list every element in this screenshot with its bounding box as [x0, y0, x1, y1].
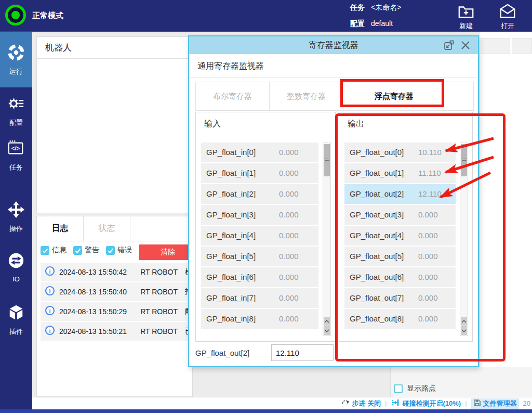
log-source: RT ROBOT — [140, 288, 178, 296]
sidebar-item-label: IO — [12, 275, 20, 283]
register-row[interactable]: GP_float_in[8] 0.000 — [201, 309, 318, 329]
bottom-right-panel: 显示路点 — [390, 367, 532, 397]
register-name: GP_float_out[8] — [350, 314, 404, 323]
register-row[interactable]: GP_float_in[7] 0.000 — [201, 288, 318, 308]
popout-icon[interactable] — [444, 40, 454, 50]
step-mode-status[interactable]: 步进 关闭 — [341, 399, 381, 408]
sidebar-item-label: 操作 — [9, 224, 23, 234]
open-button[interactable]: 打开 — [493, 3, 523, 31]
register-value: 0.000 — [279, 169, 299, 177]
sidebar-item-run[interactable]: 运行 — [0, 32, 32, 87]
register-row[interactable]: GP_float_out[2] 12.110 — [344, 184, 456, 204]
register-row[interactable]: GP_float_in[3] 0.000 — [201, 205, 318, 225]
sidebar: 运行 配置 </> 任务 操作 IO 插件 — [0, 32, 32, 409]
separator: | — [385, 399, 387, 407]
log-entry[interactable]: i 2024-08-13 15:50:29 RT ROBOT 配 — [41, 302, 192, 321]
register-value: 0.000 — [279, 273, 299, 281]
log-entry[interactable]: i 2024-08-13 15:50:40 RT ROBOT 拖 — [41, 282, 192, 301]
input-header: 输入 — [196, 112, 335, 135]
log-time: 2024-08-13 15:50:29 — [59, 307, 129, 316]
register-row[interactable]: GP_float_out[8] 0.000 — [344, 309, 456, 329]
register-name: GP_float_out[2] — [350, 189, 404, 198]
checkbox-checked-icon[interactable] — [73, 246, 82, 255]
new-button[interactable]: 新建 — [451, 3, 481, 31]
scroll-down-button[interactable] — [461, 326, 467, 335]
checkbox-unchecked-icon[interactable] — [394, 384, 403, 393]
output-scrollbar[interactable] — [460, 143, 468, 336]
register-name: GP_float_in[7] — [206, 293, 256, 302]
register-value: 0.000 — [418, 252, 438, 261]
register-name: GP_float_out[5] — [350, 252, 404, 261]
svg-text:</>: </> — [11, 145, 20, 151]
filter-label: 信息 — [52, 246, 66, 255]
sidebar-item-config[interactable]: 配置 — [0, 95, 32, 127]
register-row[interactable]: GP_float_in[4] 0.000 — [201, 226, 318, 246]
log-entry[interactable]: i 2024-08-13 15:50:21 RT ROBOT 已 — [41, 322, 192, 341]
log-source: RT ROBOT — [140, 327, 178, 335]
register-value: 0.000 — [418, 210, 438, 219]
input-scrollbar[interactable] — [323, 143, 331, 336]
register-value: 0.000 — [418, 314, 438, 323]
register-row[interactable]: GP_float_out[1] 11.110 — [344, 163, 456, 183]
register-row[interactable]: GP_float_out[4] 0.000 — [344, 226, 456, 246]
collision-detection-status[interactable]: 碰撞检测开启(10%) — [391, 398, 461, 408]
scroll-up-button[interactable] — [324, 317, 330, 326]
show-waypoints-row[interactable]: 显示路点 — [394, 384, 436, 393]
log-filter[interactable]: 错误 — [106, 246, 132, 255]
register-value: 10.110 — [418, 148, 442, 157]
log-filter[interactable]: 信息 — [41, 246, 66, 255]
register-name: GP_float_out[4] — [350, 231, 404, 240]
scroll-down-button[interactable] — [324, 326, 330, 335]
scrollbar-thumb[interactable] — [461, 144, 467, 176]
log-filter[interactable]: 警告 — [73, 246, 99, 255]
close-icon[interactable] — [460, 40, 471, 50]
sidebar-item-io[interactable]: IO — [0, 252, 32, 283]
register-name: GP_float_out[3] — [350, 210, 404, 219]
register-row[interactable]: GP_float_out[0] 10.110 — [344, 143, 456, 162]
register-row[interactable]: GP_float_in[2] 0.000 — [201, 184, 318, 204]
register-row[interactable]: GP_float_in[1] 0.000 — [201, 163, 318, 183]
register-row[interactable]: GP_float_in[5] 0.000 — [201, 247, 318, 266]
register-name: GP_float_out[7] — [350, 293, 404, 302]
scroll-up-button[interactable] — [461, 317, 467, 326]
new-button-label: 新建 — [459, 21, 473, 31]
output-registers-panel: 输出 GP_float_out[0] 10.110 GP_float_out[1… — [339, 112, 473, 342]
sidebar-item-task[interactable]: </> 任务 — [0, 139, 32, 172]
log-entry[interactable]: i 2024-08-13 15:50:42 RT ROBOT 机 — [41, 263, 192, 281]
sidebar-item-plugin[interactable]: 插件 — [0, 304, 32, 337]
register-value: 0.000 — [418, 231, 438, 240]
register-row[interactable]: GP_float_in[6] 0.000 — [201, 267, 318, 287]
register-value: 0.000 — [279, 148, 299, 157]
tab-status[interactable]: 状态 — [84, 216, 130, 241]
input-register-list: GP_float_in[0] 0.000 GP_float_in[1] 0.00… — [201, 143, 318, 330]
robot-panel-title: 机器人 — [37, 37, 192, 59]
dialog-titlebar[interactable]: 寄存器监视器 — [189, 36, 478, 54]
scrollbar-thumb[interactable] — [324, 144, 330, 176]
checkbox-checked-icon[interactable] — [41, 246, 49, 255]
tab-int-registers[interactable]: 整数寄存器 — [270, 82, 343, 110]
register-row[interactable]: GP_float_out[5] 0.000 — [344, 247, 456, 266]
move-arrows-icon — [7, 201, 25, 221]
register-name: GP_float_out[1] — [350, 169, 404, 177]
tab-float-registers[interactable]: 浮点寄存器 — [343, 82, 445, 110]
register-row[interactable]: GP_float_out[7] 0.000 — [344, 288, 456, 308]
step-arrow-icon — [341, 399, 350, 408]
register-value: 0.000 — [279, 231, 299, 240]
cube-icon — [7, 304, 25, 324]
robot-panel: 机器人 — [36, 36, 193, 213]
step-mode-label: 步进 关闭 — [352, 399, 381, 408]
gear-icon — [7, 95, 25, 114]
tab-spacer — [445, 82, 473, 110]
tab-bool-registers[interactable]: 布尔寄存器 — [196, 82, 270, 110]
register-row[interactable]: GP_float_in[0] 0.000 — [201, 143, 318, 162]
register-value: 0.000 — [279, 314, 299, 323]
svg-text:i: i — [49, 268, 50, 275]
tab-log[interactable]: 日志 — [37, 216, 84, 241]
status-indicator-icon — [5, 5, 26, 25]
register-row[interactable]: GP_float_out[6] 0.000 — [344, 267, 456, 287]
register-value-input[interactable] — [271, 344, 334, 361]
checkbox-checked-icon[interactable] — [106, 246, 115, 255]
sidebar-item-operate[interactable]: 操作 — [0, 201, 32, 234]
file-manager-button[interactable]: 文件管理器 — [471, 398, 519, 409]
register-row[interactable]: GP_float_out[3] 0.000 — [344, 205, 456, 225]
